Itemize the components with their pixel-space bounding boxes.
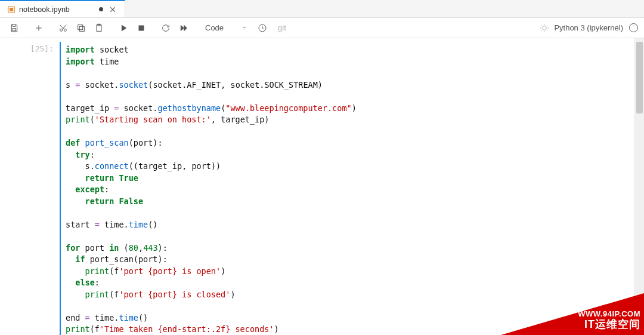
cell-type-select[interactable]: Code [200,21,253,35]
restart-run-all-button[interactable] [175,20,192,36]
cell-editor[interactable]: import socket import time s = socket.soc… [60,42,644,335]
copy-button[interactable] [73,20,89,36]
tab-notebook[interactable]: notebook.ipynb [0,0,125,17]
vertical-scrollbar[interactable]: ▲ ▼ [634,38,644,335]
run-button[interactable] [115,20,132,36]
kernel-status-icon[interactable] [629,23,638,32]
chevron-down-icon [242,23,247,32]
cell-prompt: [25]: [0,42,60,53]
svg-rect-2 [13,28,16,30]
scrollbar-thumb[interactable] [636,42,643,113]
notebook-area[interactable]: [25]: import socket import time s = sock… [0,38,644,335]
cut-button[interactable] [55,20,72,36]
notebook-icon [7,5,16,14]
toolbar: Code git Python 3 (ipykernel) [0,18,644,38]
svg-point-3 [60,29,63,31]
save-button[interactable] [6,20,23,36]
cell-type-label: Code [205,23,224,32]
code-content[interactable]: import socket import time s = socket.soc… [66,44,644,335]
svg-point-11 [543,26,547,30]
command-history-button[interactable] [254,20,271,36]
interrupt-button[interactable] [133,20,150,36]
debugger-button[interactable] [536,20,553,36]
svg-point-4 [64,29,66,31]
add-cell-button[interactable] [30,20,47,36]
git-link[interactable]: git [278,23,286,32]
tab-bar: notebook.ipynb [0,0,644,18]
svg-rect-5 [79,26,84,31]
unsaved-indicator-icon [99,7,103,11]
tab-title: notebook.ipynb [19,5,70,14]
tab-close-button[interactable] [108,5,117,14]
code-cell[interactable]: [25]: import socket import time s = sock… [0,42,644,335]
svg-rect-6 [78,24,83,29]
svg-rect-9 [139,26,144,30]
restart-kernel-button[interactable] [157,20,174,36]
kernel-name[interactable]: Python 3 (ipykernel) [554,23,623,32]
paste-button[interactable] [91,20,107,36]
svg-rect-1 [10,7,13,11]
scroll-down-icon[interactable]: ▼ [635,325,644,335]
